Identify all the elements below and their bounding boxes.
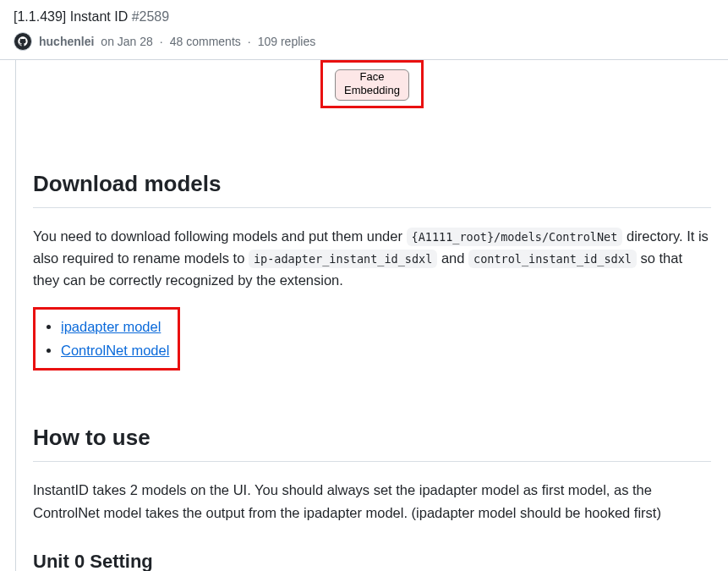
chip-line-1: Face [360, 70, 385, 83]
code-model2: control_instant_id_sdxl [468, 250, 637, 268]
issue-sticky-header: [1.1.439] Instant ID #2589 huchenlei on … [0, 0, 728, 60]
model-links-highlight-box: ipadapter model ControlNet model [33, 307, 180, 371]
issue-title: [1.1.439] Instant ID [14, 9, 128, 24]
face-embedding-chip: Face Embedding [335, 69, 409, 101]
author-link[interactable]: huchenlei [39, 33, 94, 51]
text: You need to download following models an… [33, 228, 407, 244]
list-item: ControlNet model [61, 340, 169, 361]
separator-dot: · [248, 33, 251, 51]
heading-how-to-use: How to use [33, 421, 711, 462]
download-paragraph: You need to download following models an… [33, 225, 711, 292]
code-model1: ip-adapter_instant_id_sdxl [249, 250, 437, 268]
heading-download-models: Download models [33, 167, 711, 208]
list-item: ipadapter model [61, 316, 169, 338]
issue-body: Face Embedding Download models You need … [15, 60, 728, 571]
code-path: {A1111_root}/models/ControlNet [407, 228, 623, 246]
heading-unit0-setting: Unit 0 Setting [33, 547, 711, 571]
separator-dot: · [160, 33, 163, 51]
replies-count[interactable]: 109 replies [258, 33, 316, 51]
chip-line-2: Embedding [344, 84, 400, 96]
howto-paragraph: InstantID takes 2 models on the UI. You … [33, 479, 711, 524]
diagram-highlight-box: Face Embedding [320, 60, 424, 108]
issue-date: on Jan 28 [101, 33, 153, 51]
model-links-list: ipadapter model ControlNet model [39, 316, 169, 362]
avatar[interactable] [14, 32, 32, 51]
controlnet-model-link[interactable]: ControlNet model [61, 343, 169, 358]
issue-number: #2589 [132, 9, 170, 24]
ipadapter-model-link[interactable]: ipadapter model [61, 319, 161, 334]
text: and [437, 250, 468, 266]
issue-meta-line: huchenlei on Jan 28 · 48 comments · 109 … [14, 32, 714, 51]
diagram-area: Face Embedding [33, 60, 711, 117]
issue-title-line: [1.1.439] Instant ID #2589 [14, 7, 714, 27]
comments-count[interactable]: 48 comments [170, 33, 241, 51]
octocat-icon [17, 36, 29, 47]
